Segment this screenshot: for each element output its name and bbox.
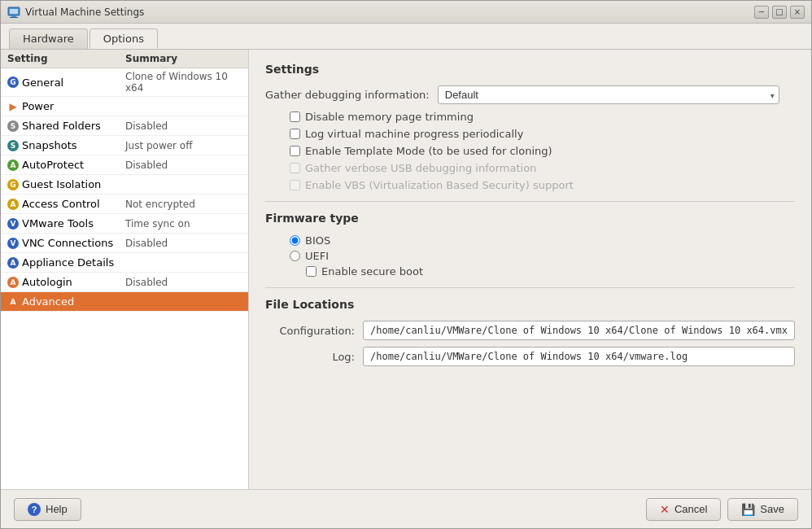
- guest-isolation-label: Guest Isolation: [22, 178, 101, 190]
- autologin-summary: Disabled: [125, 277, 242, 288]
- gather-dropdown-wrapper: Default ▾: [438, 85, 779, 104]
- main-panel: Settings Gather debugging information: D…: [249, 50, 811, 489]
- tab-options[interactable]: Options: [89, 28, 158, 49]
- access-control-icon: A: [7, 199, 19, 210]
- svg-rect-3: [10, 9, 18, 14]
- checkbox-verbose-usb: Gather verbose USB debugging information: [290, 162, 795, 174]
- autoprotect-label: AutoProtect: [22, 159, 84, 171]
- bottom-bar: ? Help ✕ Cancel 💾 Save: [1, 489, 811, 528]
- autologin-label: Autologin: [22, 276, 72, 288]
- save-label: Save: [760, 503, 784, 515]
- sidebar-item-autologin[interactable]: A Autologin Disabled: [1, 273, 248, 292]
- gather-label: Gather debugging information:: [265, 89, 438, 101]
- vnc-connections-label: VNC Connections: [22, 237, 113, 249]
- uefi-radio[interactable]: [290, 251, 300, 261]
- header-setting: Setting: [7, 53, 125, 64]
- window-controls: − □ ×: [754, 6, 805, 19]
- secure-boot-checkbox[interactable]: [306, 266, 317, 277]
- power-label: Power: [22, 100, 54, 112]
- sidebar-item-access-control[interactable]: A Access Control Not encrypted: [1, 195, 248, 214]
- configuration-input[interactable]: [363, 321, 795, 340]
- log-row: Log:: [265, 347, 795, 366]
- svg-rect-2: [10, 17, 18, 18]
- log-vm-checkbox[interactable]: [290, 129, 300, 139]
- shared-folders-icon: S: [7, 120, 19, 132]
- sidebar-item-snapshots[interactable]: S Snapshots Just power off: [1, 136, 248, 155]
- save-icon: 💾: [741, 503, 755, 516]
- app-icon: [7, 6, 20, 19]
- sidebar-header: Setting Summary: [1, 50, 248, 68]
- bios-label: BIOS: [305, 234, 330, 247]
- sidebar-item-general[interactable]: G General Clone of Windows 10 x64: [1, 68, 248, 97]
- save-button[interactable]: 💾 Save: [727, 498, 798, 521]
- file-locations-title: File Locations: [265, 298, 795, 311]
- cancel-button[interactable]: ✕ Cancel: [646, 498, 721, 521]
- general-icon: G: [7, 77, 19, 88]
- vmware-tools-summary: Time sync on: [125, 218, 242, 230]
- vmware-tools-icon: V: [7, 218, 19, 230]
- sidebar-item-vnc-connections[interactable]: V VNC Connections Disabled: [1, 234, 248, 253]
- sidebar-item-autoprotect[interactable]: A AutoProtect Disabled: [1, 155, 248, 175]
- vnc-connections-icon: V: [7, 238, 19, 249]
- log-label: Log:: [265, 351, 363, 363]
- checkbox-vbs: Enable VBS (Virtualization Based Securit…: [290, 179, 795, 191]
- vbs-label: Enable VBS (Virtualization Based Securit…: [305, 179, 574, 191]
- checkbox-disable-memory: Disable memory page trimming: [290, 111, 795, 123]
- help-label: Help: [46, 503, 68, 515]
- sidebar-item-guest-isolation[interactable]: G Guest Isolation: [1, 175, 248, 195]
- access-control-label: Access Control: [22, 198, 100, 210]
- verbose-usb-checkbox: [290, 163, 300, 173]
- power-icon: ▶: [7, 101, 19, 112]
- verbose-usb-label: Gather verbose USB debugging information: [305, 162, 536, 174]
- svg-rect-1: [11, 15, 16, 17]
- log-vm-label: Log virtual machine progress periodicall…: [305, 128, 523, 140]
- radio-bios: BIOS: [290, 234, 795, 247]
- advanced-label: Advanced: [22, 295, 74, 308]
- snapshots-summary: Just power off: [125, 140, 242, 151]
- autoprotect-summary: Disabled: [125, 160, 242, 171]
- cancel-label: Cancel: [674, 503, 707, 515]
- separator-1: [265, 201, 795, 202]
- settings-title: Settings: [265, 63, 795, 76]
- tab-hardware[interactable]: Hardware: [9, 28, 88, 49]
- close-button[interactable]: ×: [790, 6, 805, 19]
- bios-radio[interactable]: [290, 235, 300, 246]
- sidebar-item-power[interactable]: ▶ Power: [1, 97, 248, 116]
- sidebar: Setting Summary G General Clone of Windo…: [1, 50, 249, 489]
- help-icon: ?: [28, 503, 41, 516]
- vmware-tools-label: VMware Tools: [22, 217, 94, 230]
- content-area: Setting Summary G General Clone of Windo…: [1, 50, 811, 489]
- main-window: Virtual Machine Settings − □ × Hardware …: [0, 0, 812, 529]
- disable-memory-checkbox[interactable]: [290, 111, 300, 122]
- vbs-checkbox: [290, 180, 300, 190]
- guest-isolation-icon: G: [7, 179, 19, 190]
- restore-button[interactable]: □: [772, 6, 787, 19]
- help-button[interactable]: ? Help: [14, 498, 81, 521]
- disable-memory-label: Disable memory page trimming: [305, 111, 474, 123]
- window-title: Virtual Machine Settings: [25, 7, 144, 18]
- shared-folders-summary: Disabled: [125, 120, 242, 132]
- title-bar: Virtual Machine Settings − □ ×: [1, 1, 811, 24]
- radio-uefi: UEFI: [290, 250, 795, 262]
- sidebar-item-shared-folders[interactable]: S Shared Folders Disabled: [1, 116, 248, 136]
- configuration-label: Configuration:: [265, 325, 363, 337]
- checkbox-log-vm: Log virtual machine progress periodicall…: [290, 128, 795, 140]
- log-input[interactable]: [363, 347, 795, 366]
- uefi-label: UEFI: [305, 250, 329, 262]
- advanced-icon: A: [7, 296, 19, 308]
- sidebar-item-appliance-details[interactable]: A Appliance Details: [1, 253, 248, 273]
- minimize-button[interactable]: −: [754, 6, 769, 19]
- bottom-right: ✕ Cancel 💾 Save: [646, 498, 798, 521]
- sidebar-item-vmware-tools[interactable]: V VMware Tools Time sync on: [1, 214, 248, 234]
- appliance-details-label: Appliance Details: [22, 256, 114, 269]
- appliance-details-icon: A: [7, 257, 19, 269]
- template-mode-checkbox[interactable]: [290, 146, 300, 156]
- gather-dropdown[interactable]: Default: [438, 85, 779, 104]
- sidebar-item-advanced[interactable]: A Advanced: [1, 292, 248, 312]
- checkbox-template-mode: Enable Template Mode (to be used for clo…: [290, 145, 795, 157]
- secure-boot-label: Enable secure boot: [321, 265, 423, 278]
- tabs-bar: Hardware Options: [1, 24, 811, 50]
- autologin-icon: A: [7, 277, 19, 288]
- shared-folders-label: Shared Folders: [22, 120, 101, 132]
- firmware-title: Firmware type: [265, 212, 795, 225]
